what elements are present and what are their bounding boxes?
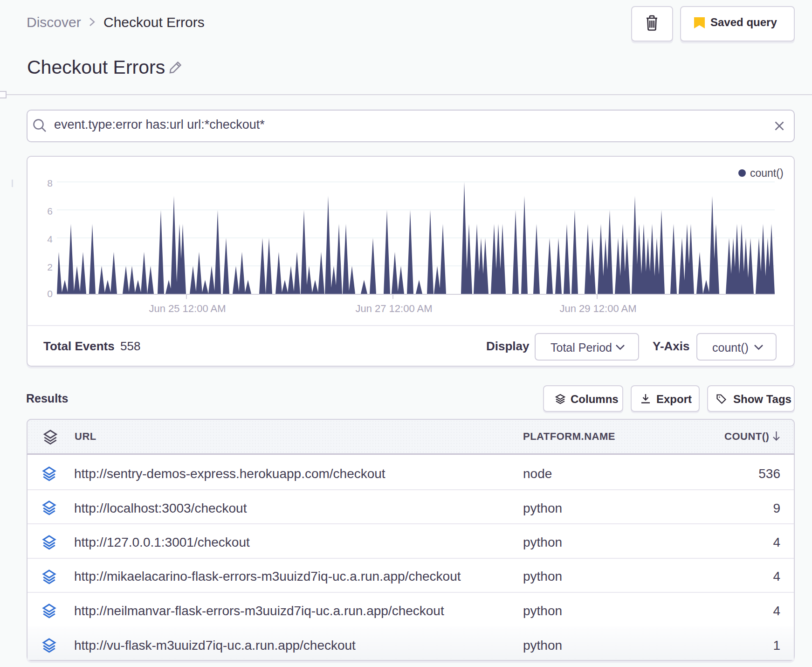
svg-text:Jun 29 12:00 AM: Jun 29 12:00 AM <box>559 303 636 314</box>
svg-text:Jun 25 12:00 AM: Jun 25 12:00 AM <box>149 303 226 314</box>
svg-text:8: 8 <box>47 178 53 188</box>
svg-text:2: 2 <box>47 262 53 272</box>
svg-text:4: 4 <box>47 234 53 244</box>
svg-text:6: 6 <box>47 206 53 216</box>
svg-text:Jun 27 12:00 AM: Jun 27 12:00 AM <box>355 303 432 314</box>
svg-text:0: 0 <box>47 288 53 299</box>
